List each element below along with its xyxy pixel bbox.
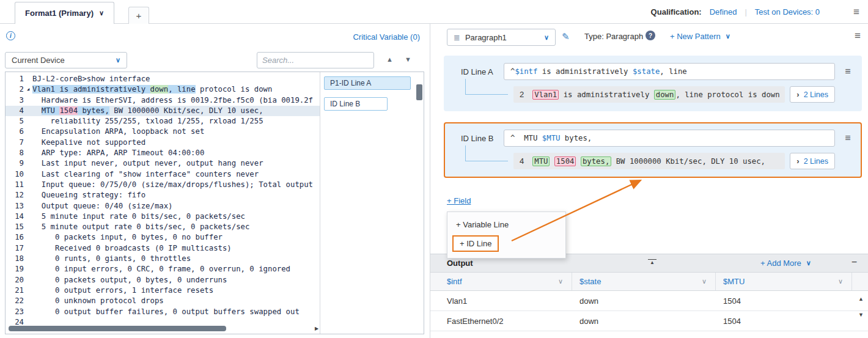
test-on-devices-link[interactable]: Test on Devices: 0 <box>755 7 820 17</box>
code-line[interactable]: 13 Output queue: 0/40 (size/max) <box>6 201 320 211</box>
device-selector-value: Current Device <box>12 56 65 65</box>
scroll-down-icon[interactable]: ▼ <box>858 312 864 318</box>
code-line[interactable]: 22 0 unknown protocol drops <box>6 296 320 306</box>
code-line[interactable]: 11 Input queue: 0/75/0/0 (size/max/drops… <box>6 180 320 190</box>
tag-id-line-b[interactable]: ID Line B <box>324 97 388 111</box>
help-icon[interactable]: ? <box>645 31 655 40</box>
matched-line[interactable]: 2Vlan1 is administratively down, line pr… <box>513 86 785 103</box>
column-header-mtu[interactable]: $MTU∨ <box>716 273 852 290</box>
expand-lines-button[interactable]: ›2 Lines <box>790 153 835 169</box>
fold-spacer <box>24 74 32 84</box>
horizontal-scrollbar-thumb[interactable] <box>9 326 226 331</box>
pattern-options-icon[interactable]: ≡ <box>842 66 853 77</box>
search-box[interactable] <box>257 52 374 68</box>
line-number: 16 <box>6 232 24 243</box>
expand-lines-button[interactable]: ›2 Lines <box>790 86 835 103</box>
scroll-up-icon[interactable]: ▲ <box>858 296 864 302</box>
table-row[interactable]: FastEthernet0/2down1504 <box>430 311 868 331</box>
qualification-value-link[interactable]: Defined <box>710 7 737 17</box>
add-more-button[interactable]: + Add More ∨ <box>760 259 811 268</box>
device-output-viewer: 1BJ-L2-coreB>show interface2◢Vlan1 is ad… <box>5 72 424 334</box>
line-number: 10 <box>6 169 24 180</box>
matched-line[interactable]: 4MTU 1504 bytes, BW 1000000 Kbit/sec, DL… <box>513 153 785 169</box>
chevron-down-icon: ∨ <box>558 277 563 285</box>
code-text: 5 minute input rate 0 bits/sec, 0 packet… <box>32 211 320 222</box>
code-line[interactable]: 1BJ-L2-coreB>show interface <box>6 74 320 84</box>
code-line[interactable]: 17 Received 0 broadcasts (0 IP multicast… <box>6 243 320 254</box>
code-line[interactable]: 20 0 packets output, 0 bytes, 0 underrun… <box>6 275 320 285</box>
code-line[interactable]: 21 0 output errors, 1 interface resets <box>6 285 320 296</box>
line-number: 4 <box>6 106 24 116</box>
pattern-input[interactable]: ^ MTU $MTU bytes, <box>504 130 835 147</box>
column-header-label: $MTU <box>723 277 745 286</box>
code-line[interactable]: 14 5 minute input rate 0 bits/sec, 0 pac… <box>6 211 320 222</box>
code-line[interactable]: 16 0 packets input, 0 bytes, 0 no buffer <box>6 232 320 243</box>
menu-item-variable-line[interactable]: + Variable Line <box>447 216 565 233</box>
scroll-right-arrow-icon[interactable]: ▶ <box>315 326 318 331</box>
hamburger-menu-icon[interactable]: ≡ <box>853 7 859 17</box>
tab-format1[interactable]: Format1 (Primary) ∨ <box>15 2 114 24</box>
fold-spacer <box>24 158 32 169</box>
minimize-icon[interactable]: − <box>851 257 857 268</box>
code-text: Output queue: 0/40 (size/max) <box>32 201 320 211</box>
code-line[interactable]: 19 0 input errors, 0 CRC, 0 frame, 0 ove… <box>6 264 320 274</box>
next-match-button[interactable]: ▼ <box>405 56 411 63</box>
add-field-link[interactable]: + Field <box>447 196 471 205</box>
code-line[interactable]: 4 MTU 1504 bytes, BW 1000000 Kbit/sec, D… <box>6 106 320 116</box>
add-tab-button[interactable]: + <box>128 7 149 24</box>
code-line[interactable]: 8 ARP type: ARPA, ARP Timeout 04:00:00 <box>6 148 320 158</box>
sample-text-panel: i Critical Variable (0) Current Device ∨… <box>0 24 430 338</box>
vertical-scrollbar[interactable] <box>416 72 423 334</box>
column-header-intf[interactable]: $intf∨ <box>430 273 572 290</box>
divider: | <box>745 7 746 17</box>
pattern-card-id-line-b[interactable]: ID Line B^ MTU $MTU bytes,≡4MTU 1504 byt… <box>444 122 862 178</box>
fold-spacer <box>24 243 32 254</box>
fold-spacer <box>24 138 32 148</box>
output-cell: down <box>572 311 716 331</box>
paragraph-selector[interactable]: ≣ Paragraph1 ∨ <box>447 29 556 46</box>
output-section: Output ▲ + Add More ∨ − $intf∨$state∨$MT… <box>430 254 868 338</box>
chevron-down-icon[interactable]: ∨ <box>99 9 104 17</box>
pattern-panel-menu-icon[interactable]: ≡ <box>855 31 861 41</box>
fold-spacer <box>24 116 32 127</box>
device-selector[interactable]: Current Device ∨ <box>5 52 127 68</box>
code-line[interactable]: 3 Hardware is EtherSVI, address is 0019.… <box>6 95 320 106</box>
pattern-card-id-line-a[interactable]: ID Line A^$intf is administratively $sta… <box>444 56 862 111</box>
info-icon[interactable]: i <box>6 31 15 40</box>
critical-variable-link[interactable]: Critical Variable (0) <box>353 32 420 42</box>
matched-line-text: Vlan1 is administratively down, line pro… <box>532 90 779 99</box>
line-number: 9 <box>6 158 24 169</box>
code-line[interactable]: 12 Queueing strategy: fifo <box>6 190 320 200</box>
new-pattern-button[interactable]: + New Pattern ∨ <box>670 32 730 41</box>
vertical-scrollbar-thumb[interactable] <box>416 84 422 100</box>
menu-item-id-line[interactable]: + ID Line <box>452 235 499 252</box>
code-line[interactable]: 15 5 minute output rate 0 bits/sec, 0 pa… <box>6 222 320 232</box>
table-row[interactable]: Vlan1down1504 <box>430 291 868 311</box>
fold-marker-icon[interactable]: ◢ <box>24 84 32 95</box>
code-text: 0 input errors, 0 CRC, 0 frame, 0 overru… <box>32 264 320 274</box>
code-text: Encapsulation ARPA, loopback not set <box>32 127 320 137</box>
fold-spacer <box>24 307 32 317</box>
code-line[interactable]: 18 0 runts, 0 giants, 0 throttles <box>6 254 320 264</box>
edit-pencil-icon[interactable]: ✎ <box>562 31 570 42</box>
matched-line-number: 4 <box>520 156 524 166</box>
search-input[interactable] <box>262 56 371 65</box>
code-line[interactable]: 10 Last clearing of "show interface" cou… <box>6 169 320 180</box>
code-line[interactable]: 7 Keepalive not supported <box>6 138 320 148</box>
code-line[interactable]: 9 Last input never, output never, output… <box>6 158 320 169</box>
chevron-down-icon: ∨ <box>838 277 843 285</box>
code-text: 0 packets input, 0 bytes, 0 no buffer <box>32 232 320 243</box>
tag-p1-id-line-a[interactable]: P1-ID Line A <box>324 76 411 90</box>
code-line[interactable]: 6 Encapsulation ARPA, loopback not set <box>6 127 320 137</box>
column-header-state[interactable]: $state∨ <box>572 273 716 290</box>
line-number: 17 <box>6 243 24 254</box>
previous-match-button[interactable]: ▲ <box>386 56 393 63</box>
code-line[interactable]: 2◢Vlan1 is administratively down, line p… <box>6 84 320 95</box>
pattern-options-icon[interactable]: ≡ <box>842 133 853 144</box>
code-line[interactable]: 5 reliability 255/255, txload 1/255, rxl… <box>6 116 320 127</box>
code-line[interactable]: 23 0 output buffer failures, 0 output bu… <box>6 307 320 317</box>
pattern-input[interactable]: ^$intf is administratively $state, line <box>504 63 835 80</box>
code-text: ARP type: ARPA, ARP Timeout 04:00:00 <box>32 148 320 158</box>
collapse-up-icon[interactable]: ▲ <box>648 259 657 265</box>
chevron-down-icon: ∨ <box>726 32 730 40</box>
